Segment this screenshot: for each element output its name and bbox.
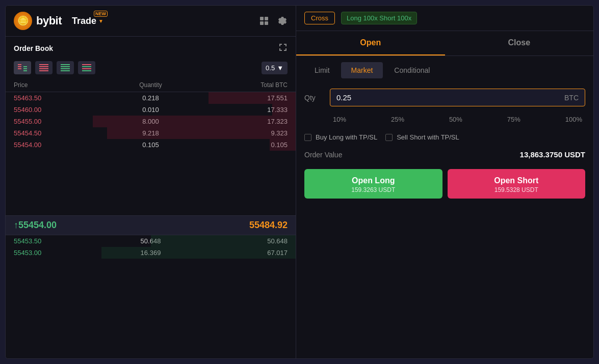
col-quantity: Quantity: [105, 81, 196, 89]
qty-label: Qty: [304, 94, 330, 102]
svg-rect-3: [265, 21, 268, 25]
order-book-title: Order Book: [14, 44, 53, 52]
svg-rect-6: [18, 68, 21, 69]
logo-icon: 🪙: [14, 12, 32, 30]
svg-rect-18: [82, 64, 91, 65]
svg-rect-11: [39, 66, 48, 67]
mid-price-green: ↑55454.00: [14, 220, 57, 231]
svg-rect-2: [260, 21, 264, 25]
buy-long-tpsl-checkbox[interactable]: Buy Long with TP/SL: [304, 133, 377, 141]
tab-conditional[interactable]: Conditional: [384, 62, 440, 78]
header-bar: 🪙 bybit NEW Trade ▼: [6, 6, 296, 37]
sell-short-tpsl-checkbox[interactable]: Sell Short with TP/SL: [385, 133, 459, 141]
open-short-button[interactable]: Open Short 159.5328 USDT: [448, 169, 586, 199]
tab-close[interactable]: Close: [445, 31, 594, 55]
col-price: Price: [14, 81, 105, 89]
logo-area: 🪙 bybit: [14, 12, 62, 30]
mid-price-row: ↑55454.00 55484.92: [6, 215, 296, 235]
pct-button[interactable]: 50%: [446, 114, 465, 125]
trading-ui: 🪙 bybit NEW Trade ▼: [5, 5, 594, 359]
tab-limit[interactable]: Limit: [304, 62, 340, 78]
expand-icon[interactable]: [278, 43, 288, 54]
order-type-tabs: Limit Market Conditional: [296, 56, 593, 85]
filter-stacked-icon[interactable]: [78, 61, 95, 74]
buy-order-row[interactable]: 55453.00 16.369 67.017: [6, 247, 296, 259]
open-close-tabs: Open Close: [296, 31, 593, 56]
leverage-button[interactable]: Long 100x Short 100x: [341, 12, 417, 24]
open-long-label: Open Long: [352, 176, 395, 185]
sell-price: 55455.00: [14, 118, 105, 125]
svg-rect-21: [82, 70, 91, 71]
pct-button[interactable]: 100%: [562, 114, 585, 125]
checkbox-box-1: [304, 134, 311, 141]
trade-menu[interactable]: NEW Trade ▼: [72, 16, 103, 26]
svg-rect-5: [18, 66, 21, 67]
qty-unit: BTC: [564, 94, 579, 102]
svg-rect-17: [61, 70, 70, 71]
form-section: Qty BTC 10%25%50%75%100% Buy Long with T…: [296, 85, 593, 358]
cross-button[interactable]: Cross: [304, 12, 335, 24]
pct-button[interactable]: 75%: [504, 114, 524, 125]
order-value-label: Order Value: [304, 151, 342, 159]
filter-buy-icon[interactable]: [57, 61, 74, 74]
buy-orders: 55453.50 50.648 50.648 55453.00 16.369 6…: [6, 235, 296, 358]
sell-order-row[interactable]: 55454.00 0.105 0.105: [6, 139, 296, 151]
sell-order-row[interactable]: 55454.50 9.218 9.323: [6, 127, 296, 139]
sell-price: 55454.50: [14, 129, 105, 137]
left-panel: 🪙 bybit NEW Trade ▼: [6, 6, 296, 358]
order-book-section: Order Book: [6, 37, 296, 358]
sell-qty: 0.010: [105, 106, 196, 114]
layout-icon[interactable]: [259, 16, 269, 26]
tab-market[interactable]: Market: [341, 62, 383, 78]
checkbox-row: Buy Long with TP/SL Sell Short with TP/S…: [304, 133, 585, 141]
logo-text: bybit: [36, 14, 62, 27]
svg-rect-0: [260, 17, 264, 20]
decimal-value: 0.5: [266, 64, 275, 72]
trade-label: Trade: [72, 16, 96, 26]
buy-long-tpsl-label: Buy Long with TP/SL: [316, 133, 377, 141]
svg-rect-16: [61, 68, 70, 69]
sell-price: 55460.00: [14, 106, 105, 114]
right-panel: Cross Long 100x Short 100x Open Close Li…: [296, 6, 593, 358]
svg-rect-10: [39, 64, 48, 65]
svg-rect-15: [61, 66, 70, 67]
open-long-button[interactable]: Open Long 159.3263 USDT: [304, 169, 442, 199]
filter-both-icon[interactable]: [14, 61, 31, 74]
mid-price-orange: 55484.92: [249, 220, 288, 231]
pct-row: 10%25%50%75%100%: [304, 114, 585, 125]
sell-price: 55463.50: [14, 94, 105, 102]
order-book-header: Order Book: [6, 37, 296, 58]
filter-bar: 0.5 ▼: [6, 58, 296, 79]
settings-icon[interactable]: [277, 16, 288, 26]
sell-order-row[interactable]: 55455.00 8.000 17.323: [6, 116, 296, 127]
qty-input-wrap[interactable]: BTC: [330, 89, 585, 106]
header-icons: [259, 16, 288, 26]
table-headers: Price Quantity Total BTC: [6, 79, 296, 92]
svg-rect-13: [39, 70, 48, 71]
filter-sell-icon[interactable]: [35, 61, 53, 74]
buy-order-row[interactable]: 55453.50 50.648 50.648: [6, 235, 296, 247]
sell-orders: 55463.50 0.218 17.551 55460.00 0.010 17.…: [6, 92, 296, 215]
svg-rect-8: [23, 68, 27, 69]
order-value-row: Order Value 13,863.3750 USDT: [304, 150, 585, 159]
pct-button[interactable]: 25%: [388, 114, 407, 125]
open-long-sub: 159.3263 USDT: [351, 186, 395, 193]
pct-button[interactable]: 10%: [330, 114, 349, 125]
qty-input[interactable]: [336, 93, 564, 102]
svg-rect-19: [82, 66, 91, 67]
chevron-down-icon: ▼: [98, 18, 103, 24]
tab-open[interactable]: Open: [296, 31, 445, 55]
sell-short-tpsl-label: Sell Short with TP/SL: [397, 133, 459, 141]
open-short-sub: 159.5328 USDT: [494, 186, 538, 193]
right-top-bar: Cross Long 100x Short 100x: [296, 6, 593, 31]
decimal-selector[interactable]: 0.5 ▼: [262, 62, 288, 74]
svg-rect-7: [23, 66, 27, 67]
buy-price: 55453.50: [14, 237, 105, 245]
order-value-amount: 13,863.3750 USDT: [520, 150, 585, 159]
action-buttons: Open Long 159.3263 USDT Open Short 159.5…: [304, 169, 585, 203]
svg-rect-14: [61, 64, 70, 65]
sell-order-row[interactable]: 55463.50 0.218 17.551: [6, 92, 296, 104]
svg-rect-4: [18, 64, 21, 65]
sell-order-row[interactable]: 55460.00 0.010 17.333: [6, 104, 296, 116]
svg-rect-9: [23, 70, 27, 71]
